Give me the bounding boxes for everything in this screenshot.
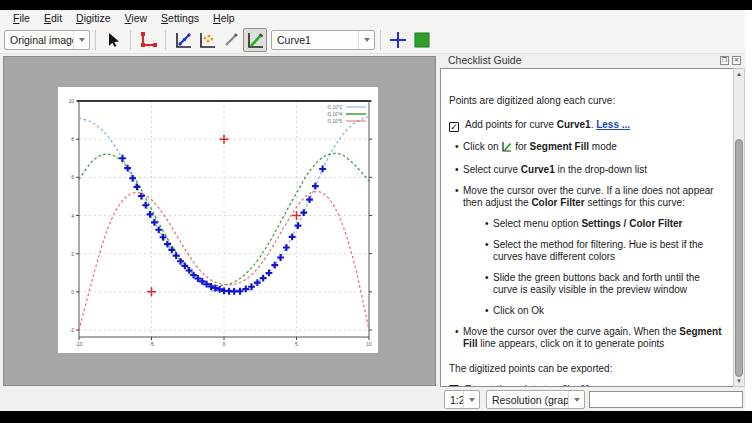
zoom-level-value: 1:2 (445, 394, 463, 406)
checklist-text-segment: Curve1 (521, 164, 555, 175)
axis-point-marker (220, 135, 229, 144)
svg-text:10: 10 (68, 98, 74, 104)
checklist-text-segment: Curve1 (557, 119, 591, 130)
bullet-icon: • (485, 239, 493, 251)
digitized-point-marker (277, 254, 284, 261)
cursor-arrow-icon (104, 31, 122, 49)
color-picker-tool-button[interactable] (219, 28, 243, 52)
segment-fill-icon (245, 30, 265, 50)
digitized-point-marker (129, 175, 136, 182)
status-value-field[interactable] (589, 391, 743, 408)
select-tool-button[interactable] (101, 28, 125, 52)
svg-text:6: 6 (71, 174, 74, 180)
bullet-icon: • (455, 164, 463, 176)
digitized-point-marker (177, 258, 184, 265)
point-style-indicator (386, 28, 410, 52)
menu-settings[interactable]: Settings (154, 11, 206, 25)
right-margin (745, 10, 752, 411)
checklist-text-segment: Settings / Color Filter (581, 218, 682, 229)
checklist-text: •Move the cursor over the curve again. W… (449, 326, 725, 350)
axis-point-marker (147, 287, 156, 296)
digitized-chart[interactable]: -10-505101086420-2f1 10^2f1 10^4f1 10^5 (58, 87, 378, 353)
segment-fill-icon (501, 141, 512, 155)
digitized-point-marker (300, 209, 307, 216)
checked-checkbox-icon[interactable]: ✓ (449, 122, 459, 132)
checklist-link[interactable]: Less ... (596, 119, 630, 130)
scroll-up-icon[interactable]: ▲ (734, 69, 744, 79)
checklist-text-segment: settings for this curve: (585, 197, 685, 208)
svg-text:-5: -5 (149, 341, 154, 347)
checklist-text-segment: The digitized points can be exported: (449, 363, 612, 374)
checklist-text-segment: mode (589, 141, 617, 152)
svg-text:2: 2 (71, 251, 74, 257)
background-selector-value: Original image (5, 34, 73, 46)
point-match-icon (197, 30, 217, 50)
zoom-level-combo[interactable]: 1:2 (444, 390, 480, 409)
digitized-point-marker (295, 222, 302, 229)
app-window: File Edit Digitize View Settings Help Or… (0, 10, 745, 411)
digitized-point-marker (319, 166, 326, 173)
float-panel-icon[interactable]: ❐ (720, 56, 729, 65)
chevron-down-icon (73, 31, 89, 49)
checklist-text: Points are digitized along each curve: (449, 95, 725, 107)
green-square-icon (413, 31, 431, 49)
checklist-guide-title: Checklist Guide (448, 54, 522, 66)
chevron-down-icon (568, 391, 584, 408)
legend-label: f1 10^4 (327, 112, 342, 117)
digitized-point-marker (124, 165, 131, 172)
chevron-down-icon (358, 31, 374, 49)
digitized-point-marker (151, 219, 158, 226)
checklist-scrollbar[interactable]: ▲ ▼ (733, 68, 745, 387)
segment-fill-tool-button[interactable] (243, 28, 267, 52)
menu-edit[interactable]: Edit (37, 11, 69, 25)
axis-point-tool-button[interactable] (136, 28, 160, 52)
svg-text:0: 0 (71, 289, 74, 295)
bullet-icon: • (485, 305, 493, 317)
background-selector-combo[interactable]: Original image (4, 30, 90, 50)
status-view-combo[interactable]: Resolution (graph): (486, 390, 585, 409)
checklist-text: •Select menu option Settings / Color Fil… (449, 218, 725, 230)
checklist-text-segment: Points are digitized along each curve: (449, 95, 615, 106)
digitized-point-marker (312, 183, 319, 190)
point-match-tool-button[interactable] (195, 28, 219, 52)
svg-text:8: 8 (71, 136, 74, 142)
svg-text:4: 4 (71, 213, 74, 219)
checklist-text: •Select the method for filtering. Hue is… (449, 239, 725, 263)
digitized-point-marker (142, 202, 149, 209)
checklist-task: ✓Add points for curve Curve1. Less ... (449, 119, 725, 132)
status-view-value: Resolution (graph): (487, 394, 568, 406)
toolbar-separator (130, 30, 131, 50)
bullet-icon: • (455, 185, 463, 197)
menu-digitize[interactable]: Digitize (69, 11, 117, 25)
menu-help[interactable]: Help (206, 11, 242, 25)
checklist-text-segment: Add points for curve (465, 119, 557, 130)
svg-text:0: 0 (223, 341, 226, 347)
scroll-down-icon[interactable]: ▼ (734, 376, 744, 386)
curve-selector-value: Curve1 (272, 34, 358, 46)
checklist-text: •Select curve Curve1 in the drop-down li… (449, 164, 725, 176)
toolbar-separator (380, 30, 381, 50)
screenshot-root: File Edit Digitize View Settings Help Or… (0, 0, 752, 423)
checklist-text-segment: Segment Fill (530, 141, 589, 152)
digitized-point-marker (306, 196, 313, 203)
digitized-point-marker (237, 288, 244, 295)
checklist-guide-content: Points are digitized along each curve:✓A… (440, 68, 734, 387)
curve-selector-combo[interactable]: Curve1 (271, 30, 375, 50)
graph-image[interactable]: -10-505101086420-2f1 10^2f1 10^4f1 10^5 (58, 87, 378, 353)
scrollbar-thumb[interactable] (735, 139, 743, 377)
menu-view[interactable]: View (118, 11, 155, 25)
digitized-point-marker (134, 183, 141, 190)
curve-point-tool-button[interactable] (171, 28, 195, 52)
bullet-icon: • (485, 218, 493, 230)
checklist-text-segment: Click on (463, 141, 501, 152)
checklist-guide-titlebar: Checklist Guide ❐ ✕ (440, 52, 745, 68)
status-bar: 1:2 Resolution (graph): (0, 387, 745, 411)
digitized-point-marker (155, 226, 162, 233)
bullet-icon: • (455, 326, 463, 338)
digitized-point-marker (231, 288, 238, 295)
checklist-text-segment: Select menu option (493, 218, 581, 229)
close-panel-icon[interactable]: ✕ (732, 56, 741, 65)
curve-point-icon (173, 30, 193, 50)
digitized-point-marker (119, 155, 126, 162)
menu-file[interactable]: File (6, 11, 37, 25)
